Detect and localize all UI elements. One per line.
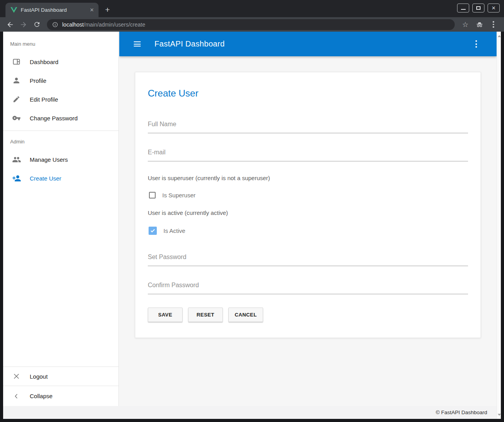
pencil-icon xyxy=(12,95,21,104)
new-tab-button[interactable]: + xyxy=(102,4,113,15)
browser-tab[interactable]: FastAPI Dashboard ✕ xyxy=(5,3,99,17)
sidebar-item-label: Manage Users xyxy=(30,156,68,163)
maximize-button[interactable] xyxy=(472,4,484,13)
set-password-field-wrap xyxy=(148,251,468,266)
browser-titlebar: FastAPI Dashboard ✕ + ✕ xyxy=(0,0,504,17)
dashboard-icon xyxy=(12,57,21,66)
email-field-wrap xyxy=(148,147,468,161)
close-button[interactable]: ✕ xyxy=(488,4,500,13)
set-password-input[interactable] xyxy=(148,251,468,266)
app-title: FastAPI Dashboard xyxy=(154,39,225,48)
save-button[interactable]: SAVE xyxy=(148,308,183,322)
scroll-down-arrow[interactable] xyxy=(497,413,501,417)
full-name-field-wrap xyxy=(148,118,468,133)
url-path: /main/admin/users/create xyxy=(84,21,145,28)
minimize-button[interactable] xyxy=(457,4,469,13)
browser-menu-button[interactable] xyxy=(488,19,499,30)
sidebar-item-label: Change Password xyxy=(30,115,78,122)
create-user-card: Create User User is superuser (currently… xyxy=(135,72,481,338)
main-area: FastAPI Dashboard Create User User is su… xyxy=(119,32,497,406)
sidebar-item-logout[interactable]: Logout xyxy=(3,367,118,386)
minimize-icon xyxy=(461,9,466,10)
cancel-button[interactable]: CANCEL xyxy=(228,308,263,322)
key-icon xyxy=(12,113,21,123)
sidebar-spacer xyxy=(3,188,118,367)
back-arrow-icon xyxy=(6,21,14,29)
checkbox-label: Is Superuser xyxy=(162,192,196,198)
sidebar-item-edit-profile[interactable]: Edit Profile xyxy=(3,90,118,109)
forward-arrow-icon xyxy=(20,21,27,29)
sidebar-item-collapse[interactable]: Collapse xyxy=(3,386,118,406)
sidebar-item-label: Dashboard xyxy=(30,59,58,65)
app-footer: © FastAPI Dashboard xyxy=(3,406,497,419)
confirm-password-input[interactable] xyxy=(148,279,468,294)
form-buttons: SAVE RESET CANCEL xyxy=(148,308,468,322)
reset-button[interactable]: RESET xyxy=(188,308,223,322)
triangle-up-icon xyxy=(498,35,501,37)
reload-icon xyxy=(33,21,41,28)
maximize-icon xyxy=(476,6,481,10)
logout-x-icon xyxy=(12,372,21,381)
checkbox-unchecked-icon[interactable] xyxy=(149,192,156,198)
sidebar-item-manage-users[interactable]: Manage Users xyxy=(3,150,118,169)
is-superuser-checkbox-row[interactable]: Is Superuser xyxy=(149,192,468,198)
person-icon xyxy=(12,76,21,85)
scrollbar[interactable] xyxy=(497,32,501,419)
person-add-icon xyxy=(12,173,21,183)
back-button[interactable] xyxy=(5,19,16,30)
scroll-up-arrow[interactable] xyxy=(497,34,501,38)
sidebar-item-label: Collapse xyxy=(30,393,52,399)
tab-title: FastAPI Dashboard xyxy=(21,7,85,13)
triangle-down-icon xyxy=(498,414,501,416)
sidebar-section-main-menu: Main menu xyxy=(3,32,118,52)
sidebar-item-label: Edit Profile xyxy=(30,96,58,103)
checkbox-label: Is Active xyxy=(163,227,185,234)
url-host: localhost xyxy=(62,21,84,28)
sidebar-item-change-password[interactable]: Change Password xyxy=(3,109,118,127)
checkbox-checked-icon[interactable] xyxy=(149,227,157,235)
superuser-hint: User is superuser (currently is not a su… xyxy=(148,175,468,181)
sidebar-item-profile[interactable]: Profile xyxy=(3,71,118,90)
sidebar-item-create-user[interactable]: Create User xyxy=(3,169,118,188)
hamburger-icon xyxy=(134,41,141,42)
vue-logo-icon xyxy=(11,7,17,13)
email-input[interactable] xyxy=(148,147,468,161)
confirm-password-field-wrap xyxy=(148,279,468,294)
incognito-icon xyxy=(474,19,485,30)
sidebar: Main menu Dashboard Profile Edit Profile… xyxy=(3,32,119,406)
chevron-left-icon xyxy=(12,392,21,401)
checkmark-icon xyxy=(151,228,155,232)
tab-close-icon[interactable]: ✕ xyxy=(88,7,95,14)
reload-button[interactable] xyxy=(31,19,42,30)
page-content: Main menu Dashboard Profile Edit Profile… xyxy=(3,32,501,419)
menu-dots-icon xyxy=(493,21,494,28)
full-name-input[interactable] xyxy=(148,118,468,133)
forward-button[interactable] xyxy=(18,19,29,30)
sidebar-item-label: Create User xyxy=(30,175,61,182)
bookmark-star-button[interactable]: ☆ xyxy=(459,19,471,30)
is-active-checkbox-row[interactable]: Is Active xyxy=(149,227,468,235)
browser-toolbar: localhost/main/admin/users/create ☆ xyxy=(0,17,504,32)
address-bar[interactable]: localhost/main/admin/users/create xyxy=(47,19,455,30)
app-bar: FastAPI Dashboard xyxy=(119,32,497,56)
sidebar-item-label: Profile xyxy=(30,77,47,84)
appbar-menu-button[interactable] xyxy=(472,38,481,50)
active-hint: User is active (currently active) xyxy=(148,209,468,216)
info-icon xyxy=(52,21,58,28)
page-body: Create User User is superuser (currently… xyxy=(119,56,497,338)
window-controls: ✕ xyxy=(457,4,500,13)
kebab-menu-icon xyxy=(475,40,477,42)
url-text: localhost/main/admin/users/create xyxy=(62,21,145,28)
sidebar-item-label: Logout xyxy=(30,373,48,380)
page-title: Create User xyxy=(148,88,468,99)
sidebar-item-dashboard[interactable]: Dashboard xyxy=(3,52,118,71)
people-icon xyxy=(12,155,21,164)
copyright-text: © FastAPI Dashboard xyxy=(436,409,487,415)
hamburger-menu-button[interactable] xyxy=(128,35,147,54)
sidebar-section-admin: Admin xyxy=(3,131,118,150)
close-icon: ✕ xyxy=(491,5,496,11)
